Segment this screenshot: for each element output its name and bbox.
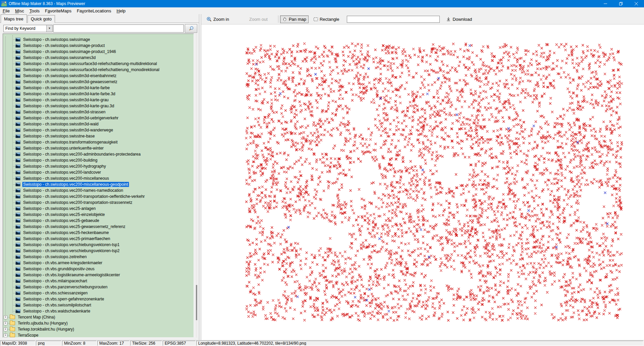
- tree-item[interactable]: Swisstopo - ch.swisstopo.swissnames3d: [3, 55, 194, 61]
- minimize-button[interactable]: [598, 0, 613, 7]
- tree-item[interactable]: Swisstopo - ch.swisstopo.swisssurface3d-…: [3, 61, 194, 67]
- tree-item[interactable]: Swisstopo - ch.vbs.grunddispositiv-zeus: [3, 266, 194, 272]
- tree-item[interactable]: Swisstopo - ch.swisstopo.vec25-anlagen: [3, 206, 194, 212]
- expand-icon[interactable]: +: [4, 328, 7, 331]
- tree-connector: [12, 118, 15, 118]
- tree-item[interactable]: Swisstopo - ch.swisstopo.vec200-transpor…: [3, 193, 194, 199]
- tree-item[interactable]: Swisstopo - ch.swisstopo.swisssurface3d-…: [3, 67, 194, 73]
- tree-item[interactable]: Swisstopo - ch.swisstopo.verschiebungsve…: [3, 248, 194, 254]
- tree-scrollbar[interactable]: [196, 34, 197, 338]
- zoom-out-label: Zoom out: [249, 17, 268, 22]
- pan-map-button[interactable]: Pan map: [280, 15, 309, 23]
- tree-item[interactable]: Swisstopo - ch.swisstopo.swissimage-prod…: [3, 43, 194, 49]
- tree-item[interactable]: Swisstopo - ch.swisstopo.vec200-transpor…: [3, 199, 194, 206]
- tree-item-label: Swisstopo - ch.swisstopo.swisssurface3d-…: [22, 67, 160, 72]
- main-area: Maps treeQuick goto Find by Keyword ▼ Sw…: [0, 14, 644, 340]
- tree-item[interactable]: Swisstopo - ch.vbs.waldschadenkarte: [3, 308, 194, 314]
- tree-folder[interactable]: +Terkep.torokbalint.hu (Hungary): [3, 326, 194, 332]
- tree-item[interactable]: Swisstopo - ch.swisstopo.vec25-heckenbae…: [3, 230, 194, 236]
- tree-item-label-selected: Swisstopo - ch.swisstopo.vec200-miscella…: [22, 182, 129, 187]
- tree-item[interactable]: Swisstopo - ch.swisstopo.swisstlm3d-wald: [3, 121, 194, 127]
- tree-item[interactable]: Swisstopo - ch.swisstopo.swisstlm3d-wand…: [3, 127, 194, 133]
- tree-item[interactable]: Swisstopo - ch.swisstopo.vec200-miscella…: [3, 175, 194, 181]
- tree-connector: [12, 257, 15, 257]
- tree-item[interactable]: Swisstopo - ch.swisstopo.vec200-building: [3, 157, 194, 163]
- menu-tools[interactable]: Tools: [27, 7, 42, 14]
- tree-folder[interactable]: +Terinfo.ujbuda.hu (Hungary): [3, 320, 194, 326]
- tree-connector: [7, 323, 10, 324]
- tree-item[interactable]: Swisstopo - ch.swisstopo.vec25-gebaeude: [3, 218, 194, 224]
- menu-favoritemaps[interactable]: FavoriteMaps: [42, 7, 74, 14]
- map-preview-area: [201, 24, 644, 340]
- expand-icon[interactable]: +: [4, 315, 7, 319]
- expand-icon[interactable]: +: [4, 334, 7, 337]
- menu-favoritelocations[interactable]: FavoriteLocations: [74, 7, 114, 14]
- search-input[interactable]: [53, 24, 184, 33]
- chevron-down-icon[interactable]: ▼: [46, 25, 52, 32]
- tree-item[interactable]: Swisstopo - ch.swisstopo.swisstlm3d-uebr…: [3, 115, 194, 121]
- search-button[interactable]: [185, 24, 197, 33]
- menu-file[interactable]: File: [0, 7, 12, 14]
- tree-item[interactable]: Swisstopo - ch.swisstopo.vec200-adminbou…: [3, 151, 194, 157]
- download-button[interactable]: Download: [444, 15, 474, 23]
- tree-item[interactable]: Swisstopo - ch.swisstopo.vec25-primaerfl…: [3, 236, 194, 242]
- tree-item[interactable]: Swisstopo - ch.swisstopo.vec25-gewaesser…: [3, 224, 194, 230]
- tree-item-label: Swisstopo - ch.swisstopo.vec25-heckenbae…: [22, 230, 110, 235]
- tree-item[interactable]: Swisstopo - ch.vbs.swissmilpilotschart: [3, 302, 194, 308]
- tree-item[interactable]: Swisstopo - ch.vbs.milairspacechart: [3, 278, 194, 284]
- restore-button[interactable]: [613, 0, 629, 7]
- tree-item-label: Swisstopo - ch.vbs.waldschadenkarte: [22, 308, 91, 314]
- tree-item[interactable]: Swisstopo - ch.swisstopo.zeitreihen: [3, 254, 194, 260]
- tree-item[interactable]: Swisstopo - ch.swisstopo.unterkuenfte-wi…: [3, 145, 194, 151]
- rectangle-button[interactable]: Rectangle: [311, 15, 342, 23]
- title-bar: Offline Map Maker 8.363 - Maps Previewer: [0, 0, 644, 7]
- tree-item[interactable]: Swisstopo - ch.swisstopo.vec200-hydrogra…: [3, 163, 194, 169]
- map-preview-canvas[interactable]: [201, 24, 644, 340]
- map-layer-icon: [15, 213, 20, 217]
- menu-help[interactable]: Help: [114, 7, 128, 14]
- tree-item[interactable]: Swisstopo - ch.swisstopo.verschiebungsve…: [3, 242, 194, 248]
- expand-icon[interactable]: +: [4, 322, 7, 325]
- tab-quick-goto[interactable]: Quick goto: [28, 15, 55, 23]
- tree-item[interactable]: Swisstopo - ch.swisstopo.swisstlm3d-gewa…: [3, 79, 194, 85]
- tree-item[interactable]: Swisstopo - ch.vbs.armee-kriegsdenkmaele…: [3, 260, 194, 266]
- tree-item[interactable]: Swisstopo - ch.swisstopo.vec200-miscella…: [3, 181, 194, 187]
- tree-item[interactable]: Swisstopo - ch.vbs.panzerverschiebungsro…: [3, 284, 194, 290]
- tree-item[interactable]: Swisstopo - ch.swisstopo.transformations…: [3, 139, 194, 145]
- tree-item[interactable]: Swisstopo - ch.swisstopo.vec200-names-na…: [3, 187, 194, 193]
- status-segment: MapsID: 3938: [0, 341, 35, 346]
- tree-folder[interactable]: +Tencent Map (China): [3, 314, 194, 320]
- panel-splitter[interactable]: [199, 14, 201, 340]
- tree-item[interactable]: Swisstopo - ch.swisstopo.swisstlm3d-kart…: [3, 91, 194, 97]
- tree-item[interactable]: Swisstopo - ch.swisstopo.swissimage: [3, 37, 194, 43]
- tree-folder[interactable]: +TerraScope: [3, 332, 194, 338]
- menu-misc[interactable]: Misc: [12, 7, 27, 14]
- tree-item[interactable]: Swisstopo - ch.swisstopo.vec200-landcove…: [3, 169, 194, 175]
- app-icon: [1, 1, 7, 6]
- toolbar-input[interactable]: [347, 16, 440, 23]
- map-layer-icon: [15, 122, 20, 126]
- tree-item[interactable]: Swisstopo - ch.swisstopo.swisstlm3d-stra…: [3, 109, 194, 115]
- tab-maps-tree[interactable]: Maps tree: [1, 14, 27, 23]
- tree-item[interactable]: Swisstopo - ch.swisstopo.swisstlm3d-kart…: [3, 85, 194, 91]
- tree-item[interactable]: Swisstopo - ch.vbs.logistikraeume-armeel…: [3, 272, 194, 278]
- toolbar-separator: [278, 15, 278, 23]
- find-mode-select[interactable]: Find by Keyword ▼: [3, 25, 53, 32]
- download-label: Download: [452, 17, 472, 22]
- zoom-out-button[interactable]: Zoom out: [247, 15, 270, 23]
- tree-item[interactable]: Swisstopo - ch.swisstopo.swissimage-prod…: [3, 49, 194, 55]
- tree-item[interactable]: Swisstopo - ch.swisstopo.swisstlm3d-kart…: [3, 97, 194, 103]
- tree-item[interactable]: Swisstopo - ch.vbs.schiessanzeigen: [3, 290, 194, 296]
- tree-connector: [12, 275, 15, 275]
- tree-connector: [12, 263, 15, 263]
- tree-item[interactable]: Swisstopo - ch.swisstopo.swisstlm3d-eise…: [3, 73, 194, 79]
- tree-item-label: Swisstopo - ch.swisstopo.swisstlm3d-eise…: [22, 73, 117, 78]
- tree-item[interactable]: Swisstopo - ch.swisstopo.vec25-einzelobj…: [3, 212, 194, 218]
- tree-item-label: Swisstopo - ch.swisstopo.swisstlm3d-stra…: [22, 109, 106, 115]
- tree-item[interactable]: Swisstopo - ch.vbs.sperr-gefahrenzonenka…: [3, 296, 194, 302]
- tree-item[interactable]: Swisstopo - ch.swisstopo.swisstlm3d-kart…: [3, 103, 194, 109]
- zoom-in-button[interactable]: Zoom in: [204, 15, 231, 23]
- tree-item[interactable]: Swisstopo - ch.swisstopo.swisstne-base: [3, 133, 194, 139]
- close-button[interactable]: [629, 0, 644, 7]
- tree-scrollbar-thumb[interactable]: [196, 285, 197, 320]
